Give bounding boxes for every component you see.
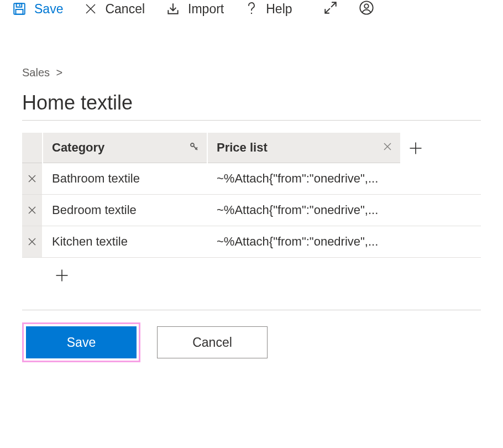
column-label: Category xyxy=(52,140,104,155)
plus-icon xyxy=(54,268,70,283)
add-row-button[interactable] xyxy=(54,268,70,285)
delete-row-button[interactable] xyxy=(22,226,42,257)
column-header-price-list[interactable]: Price list xyxy=(208,133,400,163)
header-stub xyxy=(22,133,42,163)
cell-price-list[interactable]: ~%Attach{"from":"onedrive",... xyxy=(208,163,400,194)
svg-rect-1 xyxy=(17,3,22,7)
footer-divider xyxy=(22,310,481,310)
plus-icon xyxy=(408,140,423,156)
save-button[interactable]: Save xyxy=(12,2,63,17)
save-button[interactable]: Save xyxy=(26,326,137,358)
svg-point-8 xyxy=(364,4,368,8)
save-highlight: Save xyxy=(22,322,140,362)
table-row: Bathroom textile ~%Attach{"from":"onedri… xyxy=(22,163,481,195)
key-icon xyxy=(189,140,199,155)
close-icon xyxy=(84,2,97,15)
import-label: Import xyxy=(188,2,224,17)
cancel-button[interactable]: Cancel xyxy=(84,2,145,17)
cancel-label: Cancel xyxy=(105,2,145,17)
clear-column-button[interactable] xyxy=(383,140,392,155)
account-button[interactable] xyxy=(359,0,374,18)
import-icon xyxy=(166,2,180,16)
page-title: Home textile xyxy=(22,91,481,114)
title-divider xyxy=(22,120,481,121)
save-icon xyxy=(12,2,27,16)
delete-row-button[interactable] xyxy=(22,195,42,226)
column-label: Price list xyxy=(217,140,268,155)
table-row: Bedroom textile ~%Attach{"from":"onedriv… xyxy=(22,195,481,226)
close-icon xyxy=(383,142,392,152)
svg-rect-2 xyxy=(16,9,23,14)
table-row: Kitchen textile ~%Attach{"from":"onedriv… xyxy=(22,226,481,258)
delete-row-button[interactable] xyxy=(22,163,42,194)
footer: Save Cancel xyxy=(22,322,481,362)
cell-price-list[interactable]: ~%Attach{"from":"onedrive",... xyxy=(208,195,400,226)
close-icon xyxy=(27,174,37,184)
help-icon xyxy=(245,1,258,17)
add-row-region xyxy=(22,258,481,310)
svg-point-6 xyxy=(251,13,252,14)
cell-category[interactable]: Kitchen textile xyxy=(43,226,207,257)
add-column-button[interactable] xyxy=(400,133,431,163)
person-circle-icon xyxy=(359,0,374,15)
expand-icon xyxy=(323,1,338,15)
cell-category[interactable]: Bedroom textile xyxy=(43,195,207,226)
close-icon xyxy=(27,205,37,215)
save-label: Save xyxy=(34,2,63,17)
cell-category[interactable]: Bathroom textile xyxy=(43,163,207,194)
table-header: Category Price list xyxy=(22,133,481,163)
help-label: Help xyxy=(266,2,292,17)
help-button[interactable]: Help xyxy=(245,1,292,17)
breadcrumb-separator: > xyxy=(53,66,66,79)
breadcrumb: Sales > xyxy=(22,40,481,79)
table: Category Price list xyxy=(22,133,481,310)
cancel-button[interactable]: Cancel xyxy=(157,326,268,358)
column-header-category[interactable]: Category xyxy=(43,133,207,163)
expand-button[interactable] xyxy=(323,1,338,17)
toolbar: Save Cancel Import Help xyxy=(0,0,503,28)
cell-price-list[interactable]: ~%Attach{"from":"onedrive",... xyxy=(208,226,400,257)
close-icon xyxy=(27,237,37,247)
import-button[interactable]: Import xyxy=(166,2,224,17)
breadcrumb-item-sales[interactable]: Sales xyxy=(22,66,50,79)
